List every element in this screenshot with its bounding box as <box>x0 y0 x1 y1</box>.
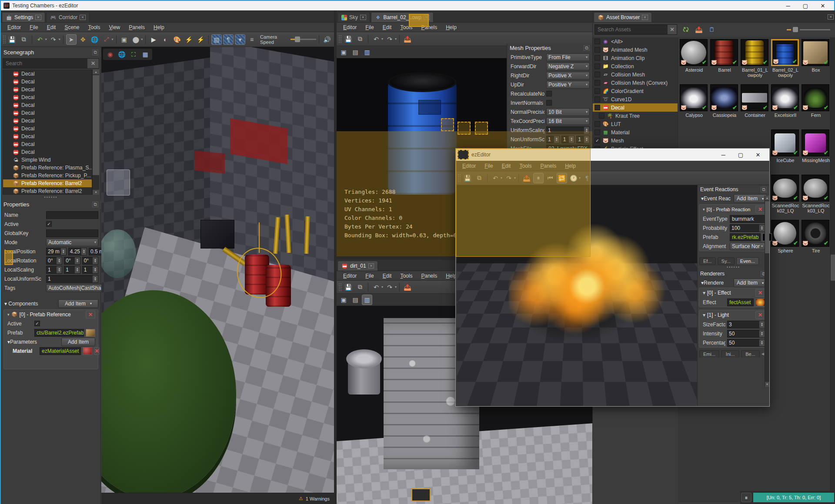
renderer-item-header[interactable]: ▾[1] - Light✕ <box>699 310 768 320</box>
number-spinner[interactable]: 1▲▼ <box>46 275 98 283</box>
asset-type-mesh[interactable]: ✓🐷Mesh <box>593 136 678 145</box>
active-checkbox[interactable]: ✓ <box>34 321 40 326</box>
spinner-arrows-icon[interactable]: ▲▼ <box>75 266 80 273</box>
material-asset-field[interactable]: ezMaterialAsset <box>40 347 81 355</box>
remove-material-button[interactable]: ✕ <box>94 347 99 355</box>
close-button[interactable]: ✕ <box>814 3 832 9</box>
tab-dirt-01[interactable]: 📛dirt_01✕ <box>337 261 378 271</box>
component-item-header[interactable]: ▾📦 [0] - Prefab Reference ✕ <box>4 310 98 319</box>
spinner-arrows-icon[interactable]: ▲▼ <box>93 275 98 282</box>
spinner-arrows-icon[interactable]: ▲▼ <box>81 248 87 255</box>
asset-thumbnail[interactable]: 🐷✔ <box>802 175 829 202</box>
tab-sky[interactable]: Sky✕ <box>337 12 370 22</box>
menu-help[interactable]: Help <box>442 23 461 32</box>
maximize-button[interactable]: ▢ <box>797 3 814 9</box>
scenegraph-item[interactable]: 📛Decal <box>3 86 92 93</box>
copy-icon[interactable]: ⧉ <box>19 34 29 45</box>
particle-editor-window[interactable]: ezEditor ─ ▢ ✕ EditorFileEditToolsPanels… <box>455 148 770 407</box>
export-icon[interactable]: 📤 <box>402 34 413 44</box>
asset-item-excelsiorii[interactable]: 🐷✔ExcelsiorII <box>771 84 800 118</box>
asset-thumbnail[interactable]: 🐷✔ <box>741 84 768 111</box>
asset-item-asteroid[interactable]: 🐷✔Asteroid <box>680 39 708 73</box>
type-checkbox[interactable] <box>595 63 600 69</box>
asset-item-fern[interactable]: 🐷✔Fern <box>802 84 830 118</box>
number-spinner[interactable]: 1▲▼ <box>82 266 98 274</box>
checkbox[interactable]: ✓ <box>46 221 52 227</box>
number-spinner[interactable]: 1▲▼ <box>64 266 80 274</box>
menu-tools[interactable]: Tools <box>84 23 104 32</box>
dock-tab-1[interactable]: Sy... <box>718 257 735 265</box>
asset-thumbnail[interactable]: 🐷✔ <box>741 39 768 66</box>
type-checkbox[interactable] <box>595 96 600 102</box>
scene-viewport[interactable]: ◉🌐⛶▦ ⚠ 1 Warnings <box>101 47 334 504</box>
spinner-arrows-icon[interactable]: ▲▼ <box>75 257 80 264</box>
asset-thumbnail[interactable]: 🐷✔ <box>771 175 799 202</box>
spinner-arrows-icon[interactable]: ▲▼ <box>759 321 765 328</box>
asset-thumbnail[interactable]: 🐷✔ <box>802 84 829 111</box>
select-dropdown[interactable]: Negative Z▾ <box>546 63 590 70</box>
thumbnail-icon[interactable]: ▤ <box>350 295 361 305</box>
asset-type--all-[interactable]: ◉<All> <box>593 37 678 46</box>
close-tab-icon[interactable]: ✕ <box>35 15 41 20</box>
asset-type-colorgradient[interactable]: 🌈ColorGradient <box>593 87 678 95</box>
scenegraph-item[interactable]: 📛Decal <box>3 109 92 117</box>
asset-grid-scrollbar[interactable] <box>830 37 835 502</box>
render-mode-icon[interactable]: ▣ <box>338 47 349 57</box>
number-spinner[interactable]: 50▲▼ <box>727 330 765 338</box>
number-spinner[interactable]: 0°▲▼ <box>64 257 80 265</box>
asset-type-animated-mesh[interactable]: 🐷Animated Mesh <box>593 46 678 54</box>
asset-type-curve1d[interactable]: ➰Curve1D <box>593 95 678 103</box>
redo-icon[interactable]: ↷ <box>48 34 59 45</box>
asset-type-collision-mesh[interactable]: ▱Collision Mesh <box>593 70 678 79</box>
dock-tab-0[interactable]: Ef... <box>699 257 716 265</box>
select-dropdown[interactable]: Positive X▾ <box>546 72 590 80</box>
text-field[interactable] <box>46 229 98 237</box>
copy-icon[interactable]: ⧉ <box>355 282 365 292</box>
list-view-icon[interactable]: 🗒 <box>707 24 717 35</box>
spinner-arrows-icon[interactable]: ▲▼ <box>57 257 62 264</box>
camera-icon[interactable]: ◉ <box>105 49 115 60</box>
type-checkbox[interactable] <box>595 72 600 77</box>
redo-icon[interactable]: ↷ <box>384 34 395 44</box>
dropdown-arrow-icon[interactable]: ▾ <box>395 37 397 41</box>
render-mode-icon[interactable]: ▣ <box>338 295 349 305</box>
spinner-arrows-icon[interactable]: ▲▼ <box>759 225 765 232</box>
tab-settings[interactable]: 🤖Settings✕ <box>2 12 45 22</box>
close-tab-icon[interactable]: ✕ <box>360 15 366 20</box>
remove-renderer-button[interactable]: ✕ <box>755 311 765 319</box>
export-icon[interactable]: 📤 <box>402 282 413 292</box>
asset-item-missingmesh[interactable]: 🐷✔MissingMesh <box>802 129 830 163</box>
scenegraph-item[interactable]: 📛Decal <box>3 125 92 133</box>
add-event-reaction-button[interactable]: Add Item▾ <box>734 194 767 203</box>
scenegraph-item[interactable]: 📛Decal <box>3 93 92 101</box>
dropdown-arrow-icon[interactable]: ▾ <box>59 37 60 41</box>
dock-tab-2[interactable]: Even... <box>736 257 759 265</box>
spinner-arrows-icon[interactable]: ▲▼ <box>759 330 765 337</box>
scenegraph-item[interactable]: 🌤Simple Wind <box>3 156 92 164</box>
menu-file[interactable]: File <box>361 272 377 280</box>
menu-scene[interactable]: Scene <box>60 23 83 32</box>
float-panel-icon[interactable]: ⧉ <box>584 45 590 51</box>
grid-view-icon[interactable]: ▦ <box>140 49 150 60</box>
menu-panels[interactable]: Panels <box>417 272 441 280</box>
renderer-tab-2[interactable]: Be... <box>741 350 759 358</box>
asset-item-icecube[interactable]: 🐷✔IceCube <box>771 129 800 163</box>
save-icon[interactable]: 💾 <box>343 282 354 292</box>
view-paragraph-icon[interactable]: ¶ <box>223 34 234 45</box>
export-red-icon[interactable]: 📤 <box>694 24 704 35</box>
dropdown-arrow-icon[interactable]: ▾ <box>112 37 114 41</box>
number-spinner[interactable]: 29 m▲▼ <box>46 248 67 255</box>
snap-sphere-icon[interactable]: ⬤ <box>130 34 141 45</box>
undo-icon[interactable]: ↶ <box>371 34 381 44</box>
scenegraph-item[interactable]: 📛Decal <box>3 117 92 125</box>
scenegraph-item[interactable]: 📛Decal <box>3 78 92 86</box>
menu-editor[interactable]: Editor <box>339 23 361 32</box>
spinner-arrows-icon[interactable]: ▲▼ <box>57 266 62 273</box>
asset-thumbnail[interactable]: 🐷✔ <box>802 39 829 66</box>
renderer-item-header[interactable]: ▾[0] - Effect✕ <box>699 288 768 298</box>
selection-gizmo-axis[interactable] <box>259 222 260 253</box>
select-dropdown[interactable]: Surface Nor▾ <box>730 242 765 250</box>
splitter-handle[interactable]: •••••• <box>698 265 769 269</box>
asset-item-tire[interactable]: 🐷✔Tire <box>802 220 830 253</box>
tab-corridor[interactable]: 🎮Corridor✕ <box>46 12 90 22</box>
